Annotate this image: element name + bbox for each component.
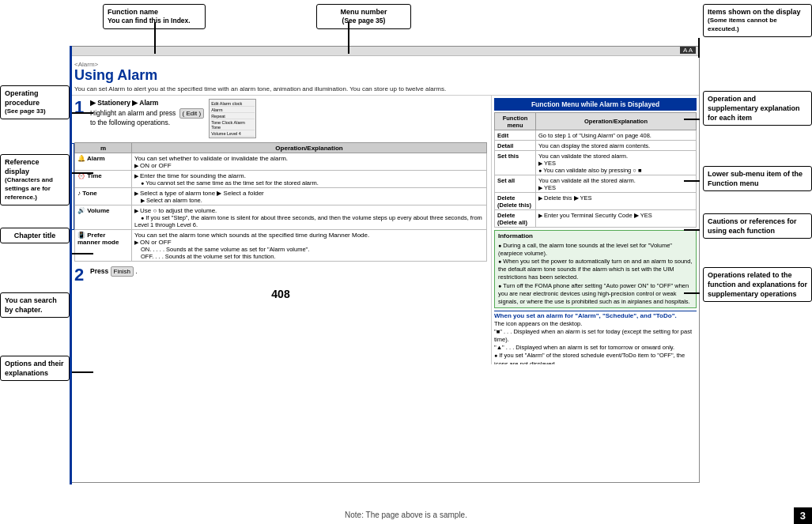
table-header-item: m <box>75 143 132 153</box>
menu-number-label: Menu number (See page 35) <box>316 4 411 29</box>
chapter-title-connector <box>70 253 93 254</box>
search-by-chapter-label: You can search by chapter. <box>0 292 70 318</box>
step-2-number: 2 <box>74 266 87 284</box>
menu-row-delete-this: Delete(Delete this) Delete this ▶ YES <box>495 193 697 210</box>
options-connector <box>70 371 93 373</box>
menu-number-connector <box>348 22 349 54</box>
operating-procedure-label: Operating procedure (See page 33) <box>0 85 70 119</box>
page-number: 408 <box>74 288 487 300</box>
manual-page: A A <Alarm> Using Alarm You can set Alar… <box>70 46 700 483</box>
page-number-badge: 3 <box>794 507 812 524</box>
sub-menu-connector <box>684 180 700 182</box>
page-container: Function name You can find this in Index… <box>0 0 812 524</box>
step-2-row: 2 Press Finish . <box>74 266 487 284</box>
op-supp-connector <box>684 119 700 120</box>
cautions-label: Cautions or references for using each fu… <box>703 213 812 239</box>
menu-row-detail: Detail You can display the stored alarm … <box>495 141 697 151</box>
when-section: When you set an alarm for "Alarm", "Sche… <box>494 311 697 364</box>
menu-row-set-this: Set this You can validate the stored ala… <box>495 151 697 175</box>
operations-related-connector <box>684 292 700 294</box>
information-box: Information During a call, the alarm ton… <box>494 230 697 308</box>
table-row: ♪ Tone Select a type of alarm tone ▶ Sel… <box>75 188 487 205</box>
step-2-body: Press Finish . <box>90 266 138 277</box>
ref-display-connector <box>70 172 93 174</box>
chapter-title-label: Chapter title <box>0 228 70 243</box>
menu-row-set-all: Set all You can validate all the stored … <box>495 175 697 193</box>
options-label: Options and their explanations <box>0 356 70 381</box>
screen-thumbnail: Edit Alarm clock Alarm Repeat Tone Clock… <box>209 99 256 138</box>
cautions-connector <box>684 229 700 231</box>
body-right-col: Function Menu while Alarm is Displayed F… <box>492 96 699 364</box>
body-left-col: Convenient Functions 1 ▶ Stationery ▶ Al… <box>70 96 492 364</box>
items-shown-connector <box>698 38 700 58</box>
lower-sub-menu-label: Lower sub-menu item of the Function menu <box>703 166 812 191</box>
left-accent-bar <box>70 46 72 484</box>
function-name-connector <box>154 22 156 54</box>
op-procedure-connector <box>70 112 93 114</box>
bottom-note: Note: The page above is a sample. <box>345 511 467 519</box>
table-row: 🔊 Volume Use ○ to adjust the volume. If … <box>75 205 487 230</box>
table-row: ⏰ Time Enter the time for sounding the a… <box>75 171 487 188</box>
step-1-row: 1 ▶ Stationery ▶ Alarm Highlight an alar… <box>74 99 487 138</box>
items-shown-label: Items shown on the display (Some items c… <box>703 4 812 37</box>
operations-related-label: Operations related to the function and e… <box>703 267 812 302</box>
function-menu-header: Function Menu while Alarm is Displayed <box>494 98 697 111</box>
table-row: 🔔 Alarm You can set whether to validate … <box>75 153 487 171</box>
title-area: <Alarm> Using Alarm You can set Alarm to… <box>70 56 699 96</box>
strip-header: A A <box>70 47 699 56</box>
operation-supplementary-label: Operation and supplementary explanation … <box>703 91 812 126</box>
table-row: 📳 Prefer manner mode You can set the ala… <box>75 230 487 262</box>
step-1-body: ▶ Stationery ▶ Alarm Highlight an alarm … <box>90 99 206 128</box>
function-menu-table: Function menu Operation/Explanation Edit… <box>494 112 697 228</box>
table-header-operation: Operation/Explanation <box>132 143 487 153</box>
page-description: You can set Alarm to alert you at the sp… <box>74 85 695 93</box>
menu-row-edit: Edit Go to step 1 of "Using Alarm" on pa… <box>495 130 697 141</box>
page-title: Using Alarm <box>74 68 695 84</box>
reference-display-label: Reference display (Characters and settin… <box>0 154 70 205</box>
operations-table: m Operation/Explanation 🔔 Alarm You can <box>74 142 487 262</box>
menu-row-delete-all: Delete(Delete all) Enter you Terminal Se… <box>495 210 697 228</box>
